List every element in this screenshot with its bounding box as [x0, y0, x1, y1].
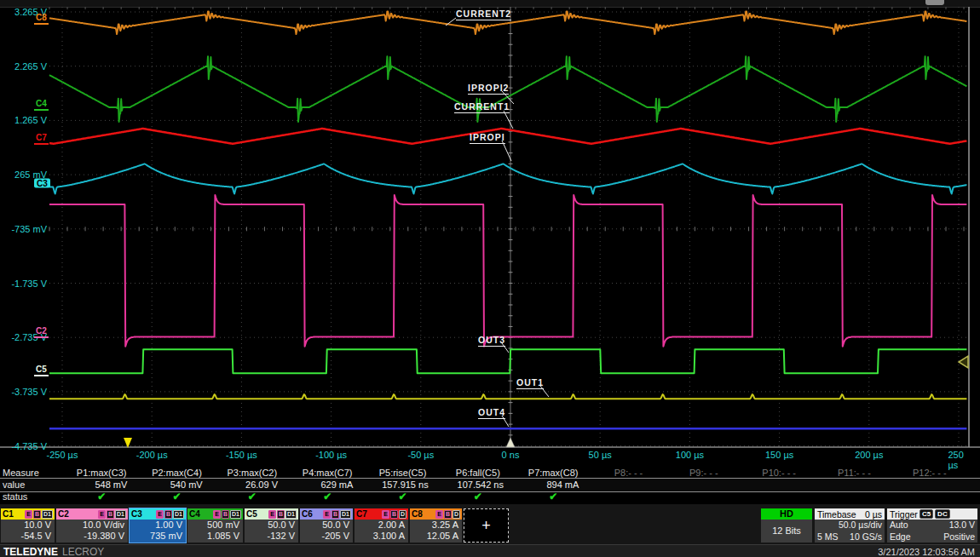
- channel-marker-c2[interactable]: C2: [34, 326, 49, 338]
- channel-header: C2EBD1: [56, 508, 128, 520]
- channel-badge-d: D: [453, 510, 460, 519]
- x-axis-label: 50 µs: [589, 450, 612, 460]
- channel-badge-b: B: [331, 510, 339, 519]
- measure-header[interactable]: P12:- - -: [892, 468, 967, 478]
- trace-label-current1[interactable]: CURRENT1: [454, 101, 510, 113]
- measure-header[interactable]: P8:- - -: [591, 468, 666, 478]
- channel-marker-c7[interactable]: C7: [34, 133, 49, 145]
- channel-offset: -19.380 V: [60, 531, 124, 542]
- channel-header: C5EBD1: [245, 508, 298, 520]
- channel-scale: 10.0 V/div: [60, 520, 124, 531]
- channel-badge-b: B: [107, 510, 114, 519]
- datetime-display: 3/21/2023 12:03:56 AM: [878, 547, 975, 557]
- measure-header[interactable]: P1:max(C3): [64, 468, 139, 478]
- measure-header[interactable]: P7:max(C8): [516, 468, 591, 478]
- trace-label-ipropi[interactable]: IPROPI: [470, 132, 505, 144]
- channel-settings: 50.0 V-205 V: [300, 520, 353, 543]
- measure-value: 629 mA: [290, 479, 365, 490]
- trace-c2_output[interactable]: [49, 195, 966, 347]
- measure-header[interactable]: P3:max(C2): [215, 468, 290, 478]
- channel-marker-c8[interactable]: C8: [34, 13, 49, 25]
- timebase-box[interactable]: Timebase 0 µs 50.0 µs/div 5 MS 10 GS/s: [815, 508, 885, 543]
- channel-badge-d1: D1: [230, 510, 241, 519]
- brand-logo: TELEDYNELECROY: [3, 546, 104, 557]
- channel-box-c3[interactable]: C3EBD11.00 V735 mV: [130, 508, 186, 543]
- channel-box-c6[interactable]: C6EBD150.0 V-205 V: [300, 508, 353, 543]
- trigger-box[interactable]: Trigger C5 DC Auto 13.0 V Edge Positive: [887, 508, 977, 543]
- channel-offset: 735 mV: [133, 531, 182, 542]
- trigger-slope: Positive: [943, 531, 975, 543]
- add-channel-button[interactable]: +: [464, 508, 509, 543]
- measure-status-row-label: status: [3, 491, 27, 502]
- trace-label-ipropi2[interactable]: IPROPI2: [468, 83, 509, 95]
- measure-header[interactable]: P2:max(C4): [139, 468, 214, 478]
- channel-header: C6EBD1: [300, 508, 353, 520]
- channel-settings: 3.25 A12.05 A: [410, 520, 462, 543]
- trace-current1[interactable]: [49, 129, 966, 144]
- channel-id-label: C1: [3, 509, 14, 519]
- channel-badge-b: B: [277, 510, 285, 519]
- channel-box-c2[interactable]: C2EBD110.0 V/div-19.380 V: [56, 508, 128, 543]
- measure-value: 548 mV: [64, 479, 139, 490]
- channel-box-c1[interactable]: C1EBD110.0 V-54.5 V: [1, 508, 55, 543]
- channel-header: C1EBD1: [1, 508, 55, 520]
- x-axis-label: -200 µs: [136, 450, 168, 460]
- channel-box-c4[interactable]: C4EBD1500 mV1.085 V: [187, 508, 243, 543]
- measure-status-check-icon: ✔: [139, 491, 214, 502]
- timebase-scale: 50.0 µs/div: [839, 520, 882, 531]
- trigger-time-marker[interactable]: [506, 438, 515, 447]
- x-axis-label: 100 µs: [676, 450, 704, 460]
- measure-header[interactable]: P9:- - -: [666, 468, 741, 478]
- trace-out3[interactable]: [49, 349, 966, 373]
- hd-mode-box[interactable]: HD 12 Bits: [761, 508, 812, 543]
- channel-badge-b: B: [444, 510, 452, 519]
- measure-status-check-icon: ✔: [365, 491, 440, 502]
- channel-badge-b: B: [222, 510, 229, 519]
- measure-row-label: Measure: [3, 468, 39, 478]
- y-axis-label: -735 mV: [0, 224, 47, 234]
- y-axis-label: 2.265 V: [0, 61, 47, 72]
- channel-badge-d1: D1: [115, 510, 126, 519]
- channel-marker-c3[interactable]: C3: [34, 179, 50, 188]
- channel-badge-e: E: [323, 510, 331, 519]
- channel-badge-e: E: [382, 510, 389, 519]
- timebase-samples: 5 MS: [817, 531, 839, 543]
- trace-label-current2[interactable]: CURRENT2: [456, 9, 511, 20]
- trace-label-out1[interactable]: OUT1: [516, 377, 544, 389]
- trigger-level-marker[interactable]: [959, 356, 968, 368]
- measure-status-check-icon: ✔: [215, 491, 290, 502]
- channel-box-c8[interactable]: C8EBD3.25 A12.05 A: [410, 508, 462, 543]
- channel-settings: 500 mV1.085 V: [187, 520, 243, 543]
- measure-header[interactable]: P10:- - -: [741, 468, 816, 478]
- channel-badge-e: E: [156, 510, 164, 519]
- measure-status-check-icon: ✔: [64, 491, 139, 502]
- channel-marker-dash: [34, 23, 49, 25]
- measure-status-check-icon: ✔: [441, 491, 516, 502]
- channel-marker-c5[interactable]: C5: [34, 365, 49, 376]
- channel-id-label: C4: [189, 509, 200, 519]
- channel-box-c5[interactable]: C5EBD150.0 V-132 V: [245, 508, 298, 543]
- measure-header[interactable]: P6:fall(C5): [441, 468, 516, 478]
- channel-scale: 1.00 V: [133, 520, 182, 531]
- channel-header: C4EBD1: [187, 508, 243, 520]
- channel-id-label: C8: [412, 509, 423, 519]
- plus-icon: +: [481, 517, 491, 535]
- channel-box-c7[interactable]: C7EBD2.00 A3.100 A: [355, 508, 408, 543]
- channel-offset: 1.085 V: [191, 531, 239, 542]
- channel-scale: 3.25 A: [413, 520, 458, 531]
- x-axis-label: -100 µs: [315, 450, 347, 460]
- measure-header[interactable]: P5:rise(C5): [365, 468, 440, 478]
- measure-header[interactable]: P11:- - -: [816, 468, 891, 478]
- trace-label-out3[interactable]: OUT3: [478, 335, 505, 347]
- trace-out1[interactable]: [49, 394, 966, 399]
- channel-id-label: C6: [302, 509, 313, 519]
- offscreen-channel-arrow[interactable]: [124, 438, 132, 448]
- timebase-title: Timebase: [817, 509, 856, 520]
- channel-marker-c4[interactable]: C4: [34, 99, 49, 111]
- trace-ipropi[interactable]: [49, 164, 966, 194]
- channel-settings: 1.00 V735 mV: [130, 520, 186, 543]
- trace-label-out4[interactable]: OUT4: [478, 407, 505, 419]
- measure-header[interactable]: P4:max(C7): [290, 468, 365, 478]
- channel-header: C3EBD1: [130, 508, 186, 520]
- hd-label: HD: [761, 508, 812, 520]
